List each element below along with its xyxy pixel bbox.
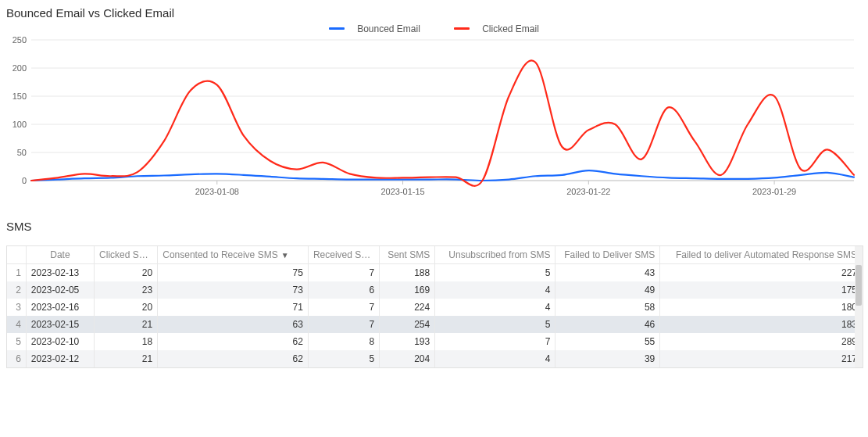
- cell-received: 8: [308, 333, 379, 350]
- cell-fail: 58: [555, 299, 660, 316]
- cell-unsub: 4: [435, 350, 555, 367]
- table-row[interactable]: 32023-02-1620717224458180: [7, 299, 863, 316]
- cell-consent: 62: [158, 350, 309, 367]
- cell-idx: 1: [7, 264, 26, 282]
- cell-fail: 43: [555, 264, 660, 282]
- chart-title: Bounced Email vs Clicked Email: [6, 6, 862, 20]
- cell-date: 2023-02-12: [26, 350, 94, 367]
- chart-canvas: 0501001502002502023-01-082023-01-152023-…: [6, 21, 862, 201]
- svg-text:50: 50: [17, 148, 27, 157]
- cell-consent: 71: [158, 299, 309, 316]
- cell-received: 7: [308, 299, 379, 316]
- cell-idx: 5: [7, 333, 26, 350]
- cell-date: 2023-02-16: [26, 299, 94, 316]
- cell-fail: 46: [555, 316, 660, 333]
- col-clicked[interactable]: Clicked SMS: [95, 246, 158, 264]
- svg-text:150: 150: [13, 91, 27, 101]
- cell-idx: 3: [7, 299, 26, 316]
- sms-table: DateClicked SMSConsented to Receive SMS▼…: [7, 246, 863, 367]
- cell-date: 2023-02-05: [26, 281, 94, 299]
- cell-consent: 75: [158, 264, 309, 282]
- cell-idx: 4: [7, 316, 26, 333]
- cell-received: 5: [308, 350, 379, 367]
- cell-date: 2023-02-10: [26, 333, 94, 350]
- cell-fail: 55: [555, 333, 660, 350]
- col-consent[interactable]: Consented to Receive SMS▼: [158, 246, 309, 264]
- cell-failauto: 180: [660, 299, 863, 316]
- col-idx[interactable]: [7, 246, 26, 264]
- svg-text:100: 100: [13, 120, 27, 129]
- table-row[interactable]: 12023-02-1320757188543227: [7, 264, 863, 282]
- cell-unsub: 4: [435, 299, 555, 316]
- svg-text:2023-01-22: 2023-01-22: [566, 187, 610, 196]
- cell-failauto: 183: [660, 316, 863, 333]
- table-scrollbar[interactable]: [855, 246, 863, 367]
- cell-failauto: 175: [660, 281, 863, 299]
- cell-clicked: 18: [95, 333, 158, 350]
- cell-unsub: 5: [435, 316, 555, 333]
- sms-table-container: DateClicked SMSConsented to Receive SMS▼…: [6, 245, 863, 368]
- col-sent[interactable]: Sent SMS: [380, 246, 435, 264]
- svg-text:2023-01-15: 2023-01-15: [380, 187, 424, 196]
- cell-failauto: 227: [660, 264, 863, 282]
- line-chart[interactable]: Bounced Email Clicked Email 050100150200…: [6, 21, 862, 201]
- svg-text:200: 200: [13, 63, 27, 73]
- cell-idx: 6: [7, 350, 26, 367]
- table-row[interactable]: 22023-02-0523736169449175: [7, 281, 863, 299]
- cell-idx: 2: [7, 281, 26, 299]
- cell-received: 7: [308, 316, 379, 333]
- scrollbar-thumb[interactable]: [855, 265, 862, 306]
- cell-sent: 188: [380, 264, 435, 282]
- cell-received: 6: [308, 281, 379, 299]
- cell-clicked: 23: [95, 281, 158, 299]
- cell-sent: 169: [380, 281, 435, 299]
- cell-unsub: 4: [435, 281, 555, 299]
- sort-desc-icon: ▼: [281, 251, 289, 260]
- col-failauto[interactable]: Failed to deliver Automated Response SMS: [660, 246, 863, 264]
- cell-unsub: 5: [435, 264, 555, 282]
- cell-sent: 224: [380, 299, 435, 316]
- sms-title: SMS: [6, 220, 862, 233]
- cell-failauto: 217: [660, 350, 863, 367]
- cell-fail: 49: [555, 281, 660, 299]
- col-received[interactable]: Received SMS: [308, 246, 379, 264]
- cell-fail: 39: [555, 350, 660, 367]
- svg-text:2023-01-08: 2023-01-08: [195, 187, 239, 196]
- table-row[interactable]: 42023-02-1521637254546183: [7, 316, 863, 333]
- cell-clicked: 20: [95, 264, 158, 282]
- sms-table-scroll[interactable]: DateClicked SMSConsented to Receive SMS▼…: [7, 246, 863, 367]
- col-fail[interactable]: Failed to Deliver SMS: [555, 246, 660, 264]
- cell-unsub: 7: [435, 333, 555, 350]
- cell-consent: 63: [158, 316, 309, 333]
- cell-consent: 62: [158, 333, 309, 350]
- col-unsub[interactable]: Unsubscribed from SMS: [435, 246, 555, 264]
- cell-date: 2023-02-13: [26, 264, 94, 282]
- svg-text:250: 250: [13, 35, 27, 45]
- cell-received: 7: [308, 264, 379, 282]
- table-row[interactable]: 62023-02-1221625204439217: [7, 350, 863, 367]
- table-row[interactable]: 52023-02-1018628193755289: [7, 333, 863, 350]
- cell-clicked: 21: [95, 350, 158, 367]
- cell-clicked: 20: [95, 299, 158, 316]
- col-date[interactable]: Date: [26, 246, 94, 264]
- cell-failauto: 289: [660, 333, 863, 350]
- svg-text:0: 0: [22, 176, 27, 185]
- cell-date: 2023-02-15: [26, 316, 94, 333]
- svg-text:2023-01-29: 2023-01-29: [752, 187, 796, 196]
- cell-clicked: 21: [95, 316, 158, 333]
- cell-sent: 254: [380, 316, 435, 333]
- cell-sent: 204: [380, 350, 435, 367]
- cell-sent: 193: [380, 333, 435, 350]
- cell-consent: 73: [158, 281, 309, 299]
